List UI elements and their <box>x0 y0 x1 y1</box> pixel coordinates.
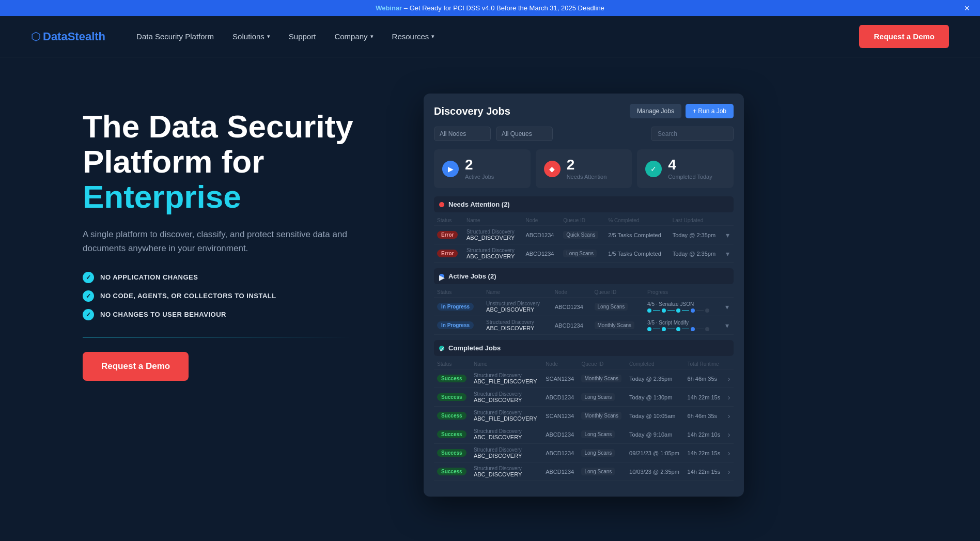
needs-attention-label: Needs Attention <box>567 174 607 180</box>
expand-row-button[interactable]: ▾ <box>725 321 729 330</box>
completed-today-number: 4 <box>668 158 712 172</box>
job-runtime: 14h 22m 15s <box>685 388 725 407</box>
manage-jobs-button[interactable]: Manage Jobs <box>630 104 681 118</box>
status-badge: In Progress <box>437 321 474 329</box>
job-runtime: 14h 22m 10s <box>685 425 725 444</box>
status-badge: Success <box>437 412 466 420</box>
checkmark-icon-2: ✓ <box>83 290 94 302</box>
status-badge: In Progress <box>437 303 474 311</box>
expand-row-button[interactable]: ▾ <box>726 250 729 258</box>
nav-link-solutions[interactable]: Solutions ▾ <box>232 32 270 41</box>
status-badge: Success <box>437 375 466 382</box>
job-type: Structured Discovery <box>474 466 539 471</box>
completed-today-icon: ✓ <box>645 161 662 177</box>
queue-badge: Monthly Scans <box>581 375 621 382</box>
expand-row-button[interactable]: › <box>728 375 730 383</box>
job-updated: Today @ 2:35pm <box>670 226 723 244</box>
job-runtime: 6h 46m 35s <box>685 407 725 425</box>
active-jobs-dot: ▶ <box>439 274 444 279</box>
needs-attention-number: 2 <box>567 158 607 172</box>
job-completed-time: Today @ 10:05am <box>626 407 684 425</box>
status-badge: Success <box>437 430 466 438</box>
hero-demo-button[interactable]: Request a Demo <box>83 352 189 381</box>
feature-list: ✓ NO APPLICATION CHANGES ✓ NO CODE, AGEN… <box>83 272 393 320</box>
queue-badge: Quick Scans <box>563 231 598 239</box>
job-type: Structured Discovery <box>474 391 539 397</box>
active-jobs-title: Active Jobs (2) <box>448 272 496 280</box>
banner-webinar-link[interactable]: Webinar <box>376 4 402 12</box>
job-type: Structured Discovery <box>474 447 539 453</box>
expand-row-button[interactable]: › <box>728 393 730 401</box>
table-row: Success Structured Discovery ABC_FILE_DI… <box>434 407 734 425</box>
job-name: ABC_DISCOVERY <box>474 397 539 403</box>
job-name: ABC_DISCOVERY <box>486 325 549 331</box>
job-completed-time: 09/21/23 @ 1:05pm <box>626 444 684 462</box>
job-completed-time: Today @ 2:35pm <box>626 369 684 388</box>
banner-text: – Get Ready for PCI DSS v4.0 Before the … <box>402 4 604 12</box>
expand-row-button[interactable]: › <box>728 412 730 420</box>
logo[interactable]: ⬡ DataStealth <box>31 30 105 43</box>
col-completed: % Completed <box>605 215 669 226</box>
nav-link-platform[interactable]: Data Security Platform <box>136 32 214 41</box>
expand-row-button[interactable]: › <box>728 430 730 439</box>
table-row: In Progress Unstructured Discovery ABC_D… <box>434 298 734 316</box>
expand-row-button[interactable]: ▾ <box>725 303 729 311</box>
panel-actions: Manage Jobs + Run a Job <box>630 104 734 118</box>
nav-cta-button[interactable]: Request a Demo <box>859 25 949 48</box>
queue-badge: Long Scans <box>563 250 597 257</box>
job-node: ABCD1234 <box>522 244 560 263</box>
progress-label: 4/5 · Serialize JSON <box>647 301 719 307</box>
banner-close-button[interactable]: × <box>964 3 970 13</box>
job-node: ABCD1234 <box>542 444 578 462</box>
stats-row: ▶ 2 Active Jobs ◆ 2 Needs Attention ✓ <box>434 149 734 188</box>
completed-jobs-table: Status Name Node Queue ID Completed Tota… <box>434 359 734 481</box>
job-type: Structured Discovery <box>474 410 539 415</box>
expand-row-button[interactable]: › <box>728 468 730 476</box>
active-jobs-label: Active Jobs <box>465 174 494 180</box>
hero-section: The Data Security Platform for Enterpris… <box>0 57 980 522</box>
table-row: Error Structured Discovery ABC_DISCOVERY… <box>434 244 734 263</box>
job-completed-pct: 2/5 Tasks Completed <box>605 226 669 244</box>
checkmark-icon-1: ✓ <box>83 272 94 283</box>
navbar: ⬡ DataStealth Data Security Platform Sol… <box>0 16 980 57</box>
run-job-button[interactable]: + Run a Job <box>686 104 734 118</box>
job-node: SCAN1234 <box>542 407 578 425</box>
search-input[interactable] <box>651 127 734 141</box>
filter-row: All Nodes All Queues <box>434 127 734 141</box>
nav-link-company[interactable]: Company ▾ <box>334 32 373 41</box>
job-completed-time: Today @ 9:10am <box>626 425 684 444</box>
hero-subtitle: A single platform to discover, classify,… <box>83 227 351 255</box>
job-name: ABC_DISCOVERY <box>466 235 519 241</box>
active-jobs-section-header: ▶ Active Jobs (2) <box>434 268 734 284</box>
job-completed-time: 10/03/23 @ 2:35pm <box>626 462 684 481</box>
needs-attention-dot <box>439 202 444 207</box>
feature-item-1: ✓ NO APPLICATION CHANGES <box>83 272 393 283</box>
completed-jobs-dot: ✓ <box>439 346 444 351</box>
job-runtime: 14h 22m 15s <box>685 444 725 462</box>
job-runtime: 6h 46m 35s <box>685 369 725 388</box>
completed-today-label: Completed Today <box>668 174 712 180</box>
nav-link-resources[interactable]: Resources ▾ <box>392 32 435 41</box>
job-node: SCAN1234 <box>542 369 578 388</box>
hero-dashboard: Discovery Jobs Manage Jobs + Run a Job A… <box>424 88 949 497</box>
col-updated: Last Updated <box>670 215 723 226</box>
expand-row-button[interactable]: › <box>728 449 730 457</box>
logo-text-stealth: Stealth <box>68 30 105 43</box>
hero-title: The Data Security Platform for Enterpris… <box>83 109 393 215</box>
nodes-filter[interactable]: All Nodes <box>434 127 491 141</box>
job-name: ABC_FILE_DISCOVERY <box>474 415 539 422</box>
queues-filter[interactable]: All Queues <box>496 127 553 141</box>
expand-row-button[interactable]: ▾ <box>726 231 729 239</box>
nav-link-support[interactable]: Support <box>289 32 316 41</box>
nav-links: Data Security Platform Solutions ▾ Suppo… <box>136 32 859 41</box>
active-jobs-table: Status Name Node Queue ID Progress In Pr… <box>434 287 734 335</box>
job-type: Structured Discovery <box>466 229 519 235</box>
progress-bar <box>647 327 719 331</box>
job-node: ABCD1234 <box>552 298 592 316</box>
job-node: ABCD1234 <box>542 388 578 407</box>
chevron-down-icon: ▾ <box>431 33 434 40</box>
queue-badge: Long Scans <box>595 303 628 311</box>
job-type: Unstructured Discovery <box>486 301 549 306</box>
active-jobs-icon: ▶ <box>442 161 459 177</box>
queue-badge: Monthly Scans <box>581 412 621 420</box>
